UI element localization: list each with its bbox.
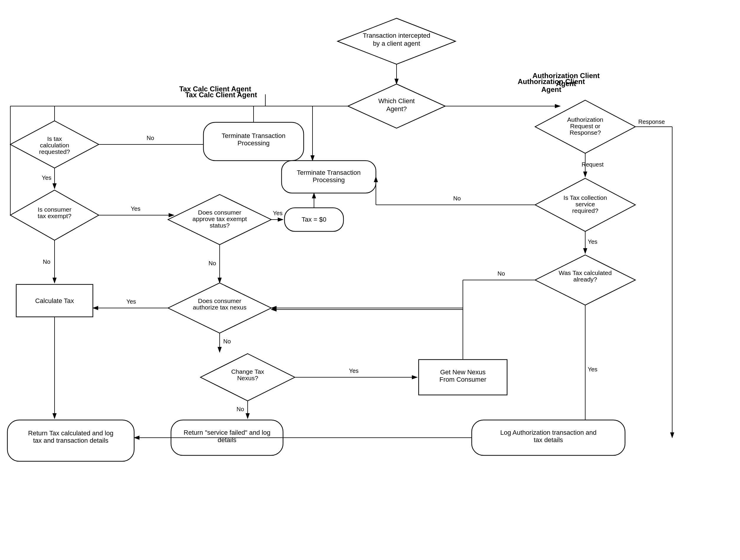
svg-text:Agent?: Agent?	[386, 105, 407, 113]
svg-text:No: No	[497, 270, 505, 277]
svg-text:Return Tax calculated and log: Return Tax calculated and log	[28, 430, 113, 437]
svg-text:Authorization: Authorization	[567, 116, 604, 123]
svg-text:Calculate Tax: Calculate Tax	[35, 297, 74, 304]
svg-text:Nexus?: Nexus?	[237, 375, 258, 381]
svg-text:No: No	[237, 406, 244, 412]
svg-text:Tax Calc Client Agent: Tax Calc Client Agent	[179, 85, 251, 93]
svg-text:required?: required?	[572, 207, 598, 214]
svg-text:Which Client: Which Client	[378, 97, 414, 105]
svg-text:Is consumer: Is consumer	[38, 206, 71, 213]
svg-text:Agent: Agent	[556, 80, 576, 88]
svg-text:No: No	[43, 259, 51, 265]
svg-text:tax details: tax details	[534, 436, 563, 444]
svg-text:Request or: Request or	[570, 123, 600, 129]
svg-text:authorize tax nexus: authorize tax nexus	[193, 304, 247, 311]
svg-text:Does consumer: Does consumer	[198, 209, 241, 216]
svg-text:No: No	[147, 135, 154, 141]
svg-text:Response: Response	[638, 118, 665, 125]
svg-text:Yes: Yes	[131, 205, 141, 212]
svg-text:Yes: Yes	[273, 210, 283, 216]
svg-text:Response?: Response?	[570, 129, 601, 136]
svg-text:Yes: Yes	[588, 366, 597, 373]
svg-text:From Consumer: From Consumer	[440, 376, 486, 383]
svg-text:Log Authorization transaction : Log Authorization transaction and	[500, 429, 597, 436]
svg-text:tax exempt?: tax exempt?	[38, 212, 71, 219]
svg-text:Transaction intercepted: Transaction intercepted	[363, 32, 430, 39]
svg-text:Yes: Yes	[126, 298, 136, 305]
svg-text:details: details	[217, 436, 237, 444]
svg-text:Tax = $0: Tax = $0	[302, 216, 327, 223]
svg-text:Processing: Processing	[313, 176, 345, 184]
svg-text:Processing: Processing	[238, 139, 270, 147]
svg-text:Authorization Client: Authorization Client	[533, 72, 600, 80]
svg-text:already?: already?	[573, 276, 597, 283]
svg-text:status?: status?	[210, 222, 230, 229]
svg-text:approve tax exempt: approve tax exempt	[192, 215, 247, 222]
svg-text:Terminate Transaction: Terminate Transaction	[297, 169, 361, 176]
svg-text:Get New Nexus: Get New Nexus	[440, 368, 485, 376]
svg-text:Is tax: Is tax	[47, 135, 62, 142]
svg-text:Request: Request	[582, 161, 604, 168]
svg-text:Terminate Transaction: Terminate Transaction	[222, 132, 285, 139]
svg-text:No: No	[453, 195, 461, 202]
svg-text:Yes: Yes	[349, 368, 359, 374]
svg-text:Was Tax calculated: Was Tax calculated	[559, 269, 612, 276]
svg-text:calculation: calculation	[40, 142, 69, 149]
svg-text:Change Tax: Change Tax	[231, 368, 264, 375]
svg-text:No: No	[208, 260, 216, 266]
svg-text:Yes: Yes	[588, 239, 597, 245]
svg-text:service: service	[575, 201, 595, 207]
svg-text:Is Tax collection: Is Tax collection	[563, 194, 607, 201]
svg-text:No: No	[223, 338, 231, 345]
svg-text:by a client agent: by a client agent	[373, 40, 420, 47]
svg-text:Return "service failed" and lo: Return "service failed" and log	[184, 429, 270, 436]
flowchart-svg: Transaction intercepted by a client agen…	[0, 0, 740, 560]
svg-text:Does consumer: Does consumer	[198, 297, 241, 304]
svg-text:tax and transaction details: tax and transaction details	[33, 437, 108, 444]
svg-text:Yes: Yes	[42, 175, 52, 181]
flowchart: Transaction intercepted by a client agen…	[0, 0, 740, 560]
svg-text:requested?: requested?	[39, 148, 70, 155]
